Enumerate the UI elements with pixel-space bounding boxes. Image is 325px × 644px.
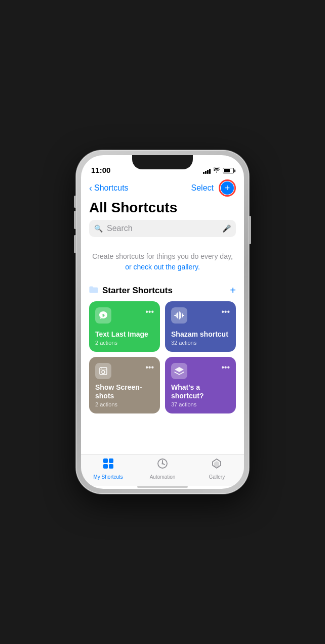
mute-button[interactable] [74, 196, 76, 208]
volume-up-button[interactable] [74, 211, 76, 229]
tab-my-shortcuts[interactable]: My Shortcuts [81, 457, 135, 480]
svg-text:+: + [102, 314, 104, 317]
search-bar[interactable]: 🔍 Search 🎤 [89, 220, 236, 237]
section-title-row: Starter Shortcuts [89, 286, 173, 296]
card-subtitle: 2 actions [95, 340, 154, 346]
card-subtitle: 32 actions [171, 340, 230, 346]
starter-shortcuts-section: Starter Shortcuts + [81, 281, 244, 301]
folder-icon [89, 286, 98, 295]
card-more-icon[interactable]: ••• [145, 363, 154, 372]
tab-gallery-label: Gallery [209, 474, 225, 480]
phone-screen: 11:00 [81, 155, 244, 489]
card-top: + ••• [95, 307, 154, 324]
home-indicator [81, 486, 244, 489]
shortcut-card-whats-shortcut[interactable]: ••• What's a shortcut? 37 actions [165, 357, 236, 413]
tab-automation[interactable]: Automation [135, 457, 189, 480]
card-bottom: Text Last Image 2 actions [95, 330, 154, 346]
wifi-icon [213, 167, 220, 174]
empty-state: Create shortcuts for things you do every… [81, 241, 244, 281]
section-add-button[interactable]: + [230, 285, 236, 296]
shortcuts-grid: + ••• Text Last Image 2 actions [81, 301, 244, 420]
tab-my-shortcuts-label: My Shortcuts [93, 474, 123, 480]
card-top: ••• [95, 363, 154, 379]
card-bottom: Show Screen-shots 2 actions [95, 383, 154, 407]
main-content: ‹ Shortcuts Select + All Shortcuts 🔍 S [81, 177, 244, 454]
empty-state-text: Create shortcuts for things you do every… [92, 252, 233, 260]
tab-gallery[interactable]: Gallery [190, 457, 244, 480]
card-title: Shazam shortcut [171, 330, 230, 339]
section-title: Starter Shortcuts [102, 286, 173, 296]
card-bottom: What's a shortcut? 37 actions [171, 383, 230, 407]
search-icon: 🔍 [94, 224, 103, 233]
nav-right-actions: Select + [191, 179, 236, 197]
plus-icon: + [225, 183, 230, 193]
svg-point-9 [161, 463, 164, 465]
card-top: ••• [171, 307, 230, 324]
svg-point-3 [102, 371, 105, 374]
card-subtitle: 2 actions [95, 401, 154, 407]
status-icons [203, 167, 234, 174]
svg-rect-4 [103, 458, 108, 463]
card-more-icon[interactable]: ••• [145, 307, 154, 316]
svg-rect-7 [109, 464, 113, 469]
add-button-inner: + [221, 181, 234, 195]
notch [132, 155, 193, 169]
search-placeholder: Search [107, 224, 218, 233]
card-more-icon[interactable]: ••• [221, 307, 230, 316]
microphone-icon: 🎤 [222, 224, 231, 233]
svg-rect-5 [109, 458, 113, 463]
my-shortcuts-icon [102, 457, 114, 473]
navigation-bar: ‹ Shortcuts Select + [81, 177, 244, 199]
shortcut-card-text-last-image[interactable]: + ••• Text Last Image 2 actions [89, 301, 160, 352]
power-button[interactable] [249, 216, 251, 244]
card-subtitle: 37 actions [171, 401, 230, 407]
svg-rect-6 [103, 464, 108, 469]
card-more-icon[interactable]: ••• [221, 363, 230, 372]
waveform-icon [171, 307, 187, 324]
phone-frame: 11:00 [76, 150, 249, 494]
home-bar [137, 486, 188, 488]
page-title: All Shortcuts [81, 199, 244, 220]
chat-icon: + [95, 307, 111, 324]
chevron-left-icon: ‹ [89, 183, 92, 194]
automation-icon [156, 457, 169, 473]
volume-down-button[interactable] [74, 235, 76, 253]
card-title: What's a shortcut? [171, 383, 230, 400]
back-label: Shortcuts [94, 183, 129, 193]
tab-bar: My Shortcuts Automation [81, 454, 244, 486]
card-title: Show Screen-shots [95, 383, 154, 400]
back-button[interactable]: ‹ Shortcuts [89, 183, 129, 194]
shortcut-card-screenshots[interactable]: ••• Show Screen-shots 2 actions [89, 357, 160, 413]
battery-icon [223, 168, 234, 173]
layers-icon [171, 363, 187, 379]
select-button[interactable]: Select [191, 183, 214, 193]
card-title: Text Last Image [95, 330, 154, 339]
add-shortcut-button[interactable]: + [219, 179, 236, 197]
signal-icon [203, 168, 211, 174]
shortcut-card-shazam[interactable]: ••• Shazam shortcut 32 actions [165, 301, 236, 352]
card-top: ••• [171, 363, 230, 379]
section-header: Starter Shortcuts + [89, 285, 236, 296]
card-bottom: Shazam shortcut 32 actions [171, 330, 230, 346]
gallery-link[interactable]: or check out the gallery. [125, 263, 200, 271]
status-time: 11:00 [91, 166, 110, 174]
gallery-icon [211, 457, 223, 473]
screenshot-icon [95, 363, 111, 379]
tab-automation-label: Automation [150, 474, 176, 480]
